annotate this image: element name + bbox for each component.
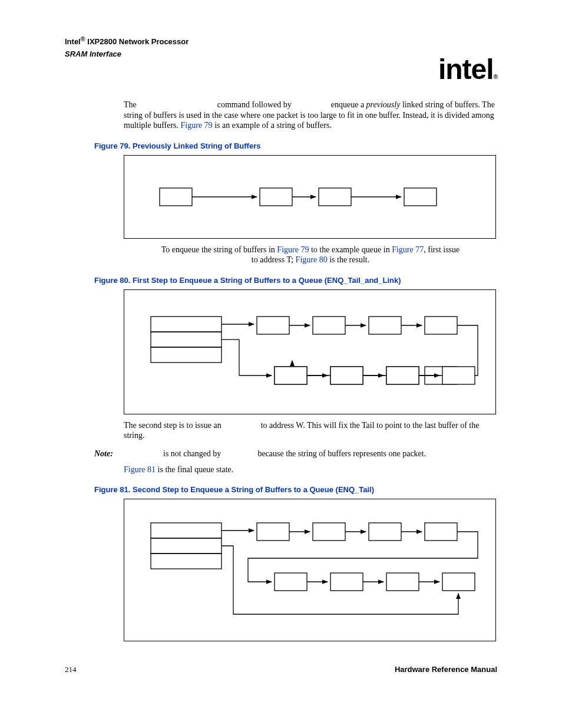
svg-rect-28 <box>442 367 475 384</box>
paragraph-4: Figure 81 is the final queue state. <box>124 465 497 475</box>
svg-rect-43 <box>275 573 307 591</box>
svg-rect-10 <box>257 317 289 334</box>
svg-rect-34 <box>151 554 222 569</box>
svg-rect-3 <box>404 188 437 206</box>
svg-rect-36 <box>313 523 345 541</box>
p1-italic: previously <box>366 100 401 109</box>
paragraph-1: The command followed by enqueue a previo… <box>124 100 497 131</box>
header-line1: Intel® IXP2800 Network Processor <box>65 35 497 46</box>
header-rest: IXP2800 Network Processor <box>85 37 189 46</box>
svg-rect-2 <box>319 188 351 206</box>
note-t1: is not changed by <box>163 449 223 458</box>
svg-rect-33 <box>151 538 222 554</box>
figure-80-svg <box>124 290 495 414</box>
svg-rect-1 <box>260 188 292 206</box>
footer-title: Hardware Reference Manual <box>395 665 497 674</box>
svg-rect-46 <box>442 573 475 591</box>
svg-rect-9 <box>151 347 222 363</box>
paragraph-2: To enqueue the string of buffers in Figu… <box>124 245 497 265</box>
paragraph-3: The second step is to issue an to addres… <box>124 420 497 441</box>
page-header: Intel® IXP2800 Network Processor SRAM In… <box>65 35 497 58</box>
note-label: Note: <box>94 449 124 459</box>
svg-rect-32 <box>151 523 222 538</box>
logo-text: intel <box>438 54 494 85</box>
svg-rect-45 <box>386 573 419 591</box>
figure-79 <box>124 155 496 239</box>
p1-t2: command followed by <box>217 100 293 109</box>
note: Note: is not changed by because the stri… <box>94 449 497 459</box>
logo-r: ® <box>494 74 497 80</box>
svg-rect-12 <box>369 317 401 334</box>
svg-rect-38 <box>425 523 457 541</box>
p2-t5: is the result. <box>328 255 370 264</box>
p2-link3[interactable]: Figure 80 <box>296 255 328 264</box>
p2-t3: , first issue <box>424 245 459 254</box>
p4-t1: is the final queue state. <box>156 465 233 474</box>
svg-rect-37 <box>369 523 401 541</box>
p1-link[interactable]: Figure 79 <box>181 121 213 130</box>
figure-80-caption: Figure 80. First Step to Enqueue a Strin… <box>94 276 497 285</box>
svg-rect-26 <box>330 367 363 384</box>
svg-rect-44 <box>330 573 363 591</box>
figure-79-caption: Figure 79. Previously Linked String of B… <box>94 141 497 150</box>
svg-rect-27 <box>386 367 419 384</box>
p1-t3: enqueue a <box>331 100 366 109</box>
header-prefix: Intel <box>65 37 81 46</box>
p4-link[interactable]: Figure 81 <box>124 465 156 474</box>
page-number: 214 <box>65 665 77 674</box>
header-line2: SRAM Interface <box>65 50 497 58</box>
p3-t1: The second step is to issue an <box>124 421 223 430</box>
svg-rect-13 <box>425 317 457 334</box>
p2-t4: to address T; <box>252 255 296 264</box>
p2-link1[interactable]: Figure 79 <box>277 245 309 254</box>
page-footer: 214 Hardware Reference Manual <box>65 665 497 674</box>
p2-link2[interactable]: Figure 77 <box>392 245 424 254</box>
figure-81-svg <box>124 499 495 641</box>
figure-79-svg <box>124 156 495 238</box>
figure-80 <box>124 289 496 414</box>
p2-t1: To enqueue the string of buffers in <box>161 245 277 254</box>
note-t2: because the string of buffers represents… <box>257 449 426 458</box>
p2-t2: to the example queue in <box>309 245 392 254</box>
p1-t5: is an example of a string of buffers. <box>213 121 332 130</box>
header-sup: ® <box>81 35 85 42</box>
figure-81 <box>124 499 496 641</box>
svg-rect-35 <box>257 523 289 541</box>
page: Intel® IXP2800 Network Processor SRAM In… <box>0 0 562 698</box>
svg-rect-11 <box>313 317 345 334</box>
intel-logo: intel® <box>438 53 497 85</box>
svg-rect-7 <box>151 317 222 332</box>
figure-81-caption: Figure 81. Second Step to Enqueue a Stri… <box>94 485 497 494</box>
svg-rect-25 <box>275 367 307 384</box>
svg-rect-0 <box>160 188 192 206</box>
svg-rect-8 <box>151 332 222 347</box>
p1-t1: The <box>124 100 138 109</box>
